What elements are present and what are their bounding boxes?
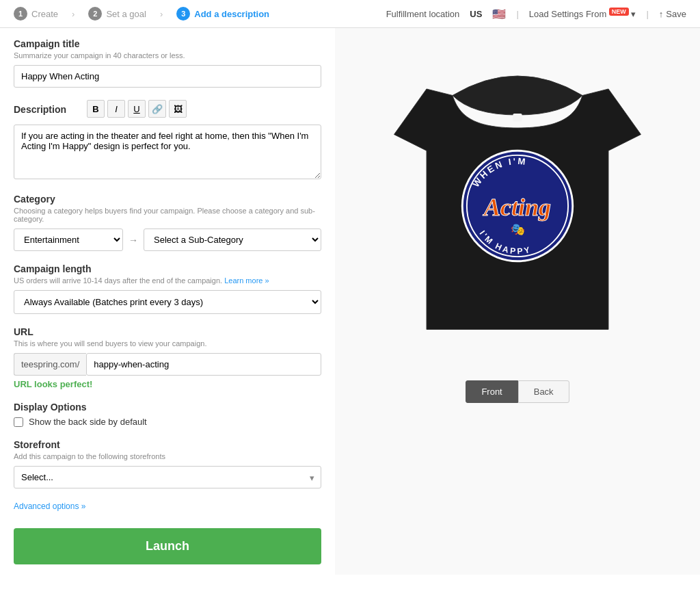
image-button[interactable]: 🖼	[169, 100, 187, 118]
shirt-svg: WHEN I'M Acting 🎭 I'M HAPPY	[388, 42, 647, 370]
underline-button[interactable]: U	[128, 100, 146, 118]
left-panel: Campaign title Summarize your campaign i…	[0, 28, 335, 575]
step-2: 2 Set a goal	[88, 7, 146, 21]
view-toggle: Front Back	[466, 380, 569, 403]
save-button[interactable]: ↑ Save	[659, 9, 686, 19]
url-input[interactable]	[86, 353, 321, 376]
category-main-select[interactable]: Entertainment Sports Music Art	[14, 229, 123, 251]
steps-container: 1 Create › 2 Set a goal › 3 Add a descri…	[14, 7, 386, 21]
save-icon: ↑	[659, 9, 664, 19]
fulfillment-label: Fulfillment location	[386, 9, 460, 19]
description-toolbar: B I U 🔗 🖼	[87, 100, 187, 118]
front-view-button[interactable]: Front	[466, 380, 517, 403]
svg-text:🎭: 🎭	[511, 222, 526, 237]
bold-button[interactable]: B	[87, 100, 105, 118]
campaign-title-section: Campaign title Summarize your campaign i…	[14, 38, 321, 88]
back-side-checkbox-row: Show the back side by default	[14, 417, 321, 427]
storefront-select-wrapper: Select... ▾	[14, 466, 321, 488]
shirt-design: WHEN I'M Acting 🎭 I'M HAPPY	[462, 151, 573, 261]
us-flag-icon: 🇺🇸	[492, 8, 506, 21]
right-panel: WHEN I'M Acting 🎭 I'M HAPPY Fr	[335, 28, 700, 575]
category-label: Category	[14, 194, 321, 205]
advanced-options-link[interactable]: Advanced options »	[14, 501, 85, 511]
url-label: URL	[14, 326, 321, 337]
shirt-preview: WHEN I'M Acting 🎭 I'M HAPPY	[388, 42, 647, 370]
description-textarea[interactable]: If you are acting in the theater and fee…	[14, 125, 321, 179]
back-side-label: Show the back side by default	[29, 417, 147, 427]
storefront-label: Storefront	[14, 439, 321, 450]
step-2-circle: 2	[88, 7, 102, 21]
step-1-label: Create	[31, 9, 58, 19]
collar-tag	[513, 114, 522, 121]
link-button[interactable]: 🔗	[148, 100, 166, 118]
load-settings-button[interactable]: Load Settings From NEW ▾	[529, 8, 636, 19]
link-icon: 🔗	[152, 104, 163, 114]
display-options-label: Display Options	[14, 402, 321, 413]
url-prefix: teespring.com/	[14, 353, 86, 376]
fulfillment-value: US	[470, 9, 482, 19]
campaign-title-sublabel: Summarize your campaign in 40 characters…	[14, 51, 321, 60]
image-icon: 🖼	[174, 104, 183, 114]
learn-more-link[interactable]: Learn more »	[224, 276, 269, 285]
category-sublabel: Choosing a category helps buyers find yo…	[14, 207, 321, 223]
top-navigation: 1 Create › 2 Set a goal › 3 Add a descri…	[0, 0, 700, 28]
step-1-circle: 1	[14, 7, 27, 21]
back-view-button[interactable]: Back	[518, 380, 569, 403]
step-1: 1 Create	[14, 7, 58, 21]
advanced-options-row: Advanced options »	[14, 501, 321, 511]
description-label: Description	[14, 104, 66, 115]
new-badge: NEW	[609, 8, 629, 16]
step-3-label: Add a description	[194, 9, 269, 19]
category-row: Entertainment Sports Music Art → Select …	[14, 229, 321, 251]
storefront-sublabel: Add this campaign to the following store…	[14, 452, 321, 460]
url-status: URL looks perfect!	[14, 379, 321, 389]
display-options-section: Display Options Show the back side by de…	[14, 402, 321, 427]
campaign-length-section: Campaign length US orders will arrive 10…	[14, 263, 321, 314]
url-sublabel: This is where you will send buyers to vi…	[14, 339, 321, 348]
italic-button[interactable]: I	[107, 100, 125, 118]
svg-text:Acting: Acting	[483, 194, 551, 221]
campaign-length-sublabel: US orders will arrive 10-14 days after t…	[14, 276, 321, 285]
storefront-section: Storefront Add this campaign to the foll…	[14, 439, 321, 488]
campaign-length-select[interactable]: Always Available (Batches print every 3 …	[14, 290, 321, 314]
category-sub-select[interactable]: Select a Sub-Category	[144, 229, 321, 251]
nav-right: Fulfillment location US 🇺🇸 | Load Settin…	[386, 8, 686, 21]
step-3-circle: 3	[176, 7, 190, 21]
category-section: Category Choosing a category helps buyer…	[14, 194, 321, 251]
back-side-checkbox[interactable]	[14, 417, 23, 427]
url-section: URL This is where you will send buyers t…	[14, 326, 321, 389]
storefront-select[interactable]: Select...	[14, 466, 321, 488]
main-layout: Campaign title Summarize your campaign i…	[0, 28, 700, 575]
step-2-label: Set a goal	[106, 9, 146, 19]
campaign-title-input[interactable]	[14, 65, 321, 88]
campaign-title-label: Campaign title	[14, 38, 321, 49]
launch-button[interactable]: Launch	[14, 528, 321, 564]
description-section: Description B I U 🔗 🖼	[14, 100, 321, 181]
campaign-length-label: Campaign length	[14, 263, 321, 274]
step-3: 3 Add a description	[176, 7, 269, 21]
url-row: teespring.com/	[14, 353, 321, 376]
arrow-icon: →	[129, 235, 138, 246]
